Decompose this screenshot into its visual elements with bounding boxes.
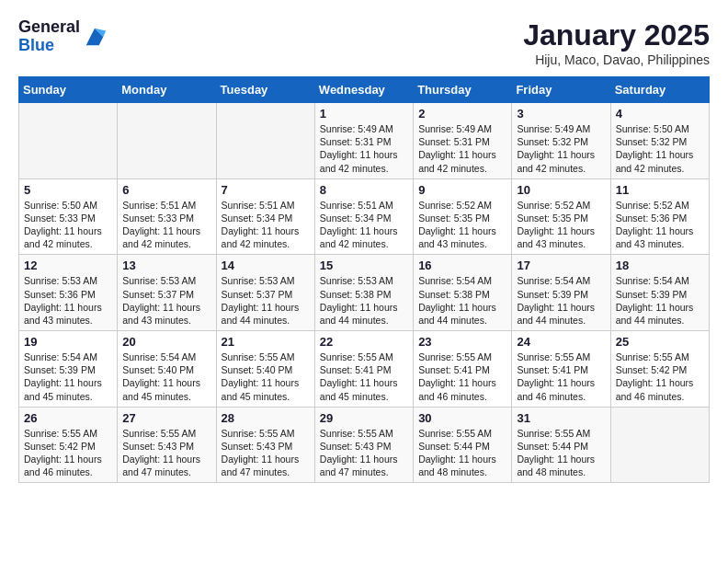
- calendar-cell: 24Sunrise: 5:55 AM Sunset: 5:41 PM Dayli…: [512, 331, 610, 408]
- day-info: Sunrise: 5:53 AM Sunset: 5:37 PM Dayligh…: [122, 274, 210, 327]
- day-number: 11: [616, 183, 704, 197]
- day-info: Sunrise: 5:53 AM Sunset: 5:36 PM Dayligh…: [24, 274, 112, 327]
- calendar-cell: 29Sunrise: 5:55 AM Sunset: 5:43 PM Dayli…: [314, 407, 413, 483]
- day-number: 15: [320, 259, 408, 272]
- calendar-week-row: 5Sunrise: 5:50 AM Sunset: 5:33 PM Daylig…: [19, 178, 710, 255]
- day-info: Sunrise: 5:55 AM Sunset: 5:41 PM Dayligh…: [517, 350, 605, 403]
- calendar-header-friday: Friday: [512, 77, 610, 103]
- calendar-week-row: 1Sunrise: 5:49 AM Sunset: 5:31 PM Daylig…: [19, 103, 710, 179]
- day-info: Sunrise: 5:52 AM Sunset: 5:36 PM Dayligh…: [616, 199, 704, 251]
- calendar-cell: 4Sunrise: 5:50 AM Sunset: 5:32 PM Daylig…: [610, 103, 709, 179]
- day-info: Sunrise: 5:51 AM Sunset: 5:33 PM Dayligh…: [122, 199, 210, 251]
- calendar-cell: 13Sunrise: 5:53 AM Sunset: 5:37 PM Dayli…: [118, 255, 216, 331]
- day-number: 19: [24, 335, 112, 349]
- day-number: 12: [24, 259, 112, 272]
- calendar-cell: 17Sunrise: 5:54 AM Sunset: 5:39 PM Dayli…: [512, 255, 610, 331]
- calendar-cell: [118, 103, 216, 179]
- day-info: Sunrise: 5:49 AM Sunset: 5:31 PM Dayligh…: [320, 122, 408, 175]
- day-number: 27: [122, 411, 210, 425]
- day-info: Sunrise: 5:55 AM Sunset: 5:40 PM Dayligh…: [222, 350, 310, 403]
- day-info: Sunrise: 5:51 AM Sunset: 5:34 PM Dayligh…: [222, 199, 310, 251]
- calendar-cell: 28Sunrise: 5:55 AM Sunset: 5:43 PM Dayli…: [216, 407, 314, 483]
- day-info: Sunrise: 5:55 AM Sunset: 5:42 PM Dayligh…: [616, 350, 704, 403]
- calendar-cell: 18Sunrise: 5:54 AM Sunset: 5:39 PM Dayli…: [610, 255, 709, 331]
- subtitle: Hiju, Maco, Davao, Philippines: [523, 52, 710, 67]
- day-number: 18: [616, 259, 704, 272]
- day-info: Sunrise: 5:55 AM Sunset: 5:43 PM Dayligh…: [320, 427, 408, 479]
- day-number: 8: [320, 183, 408, 197]
- calendar-cell: 31Sunrise: 5:55 AM Sunset: 5:44 PM Dayli…: [512, 407, 610, 483]
- calendar-cell: 22Sunrise: 5:55 AM Sunset: 5:41 PM Dayli…: [314, 331, 413, 408]
- day-info: Sunrise: 5:49 AM Sunset: 5:31 PM Dayligh…: [418, 122, 506, 175]
- day-number: 22: [320, 335, 408, 349]
- day-info: Sunrise: 5:49 AM Sunset: 5:32 PM Dayligh…: [517, 122, 605, 175]
- day-info: Sunrise: 5:55 AM Sunset: 5:44 PM Dayligh…: [418, 427, 506, 479]
- day-number: 4: [616, 107, 704, 121]
- day-info: Sunrise: 5:54 AM Sunset: 5:39 PM Dayligh…: [24, 350, 112, 403]
- calendar-cell: 7Sunrise: 5:51 AM Sunset: 5:34 PM Daylig…: [216, 178, 314, 255]
- title-block: January 2025 Hiju, Maco, Davao, Philippi…: [523, 18, 710, 67]
- day-number: 29: [320, 411, 408, 425]
- calendar-cell: 3Sunrise: 5:49 AM Sunset: 5:32 PM Daylig…: [512, 103, 610, 179]
- day-number: 5: [24, 183, 112, 197]
- calendar-cell: 25Sunrise: 5:55 AM Sunset: 5:42 PM Dayli…: [610, 331, 709, 408]
- logo: General Blue: [18, 18, 108, 55]
- day-number: 17: [517, 259, 605, 272]
- day-info: Sunrise: 5:54 AM Sunset: 5:39 PM Dayligh…: [517, 274, 605, 327]
- calendar-header-tuesday: Tuesday: [216, 77, 314, 103]
- day-number: 3: [517, 107, 605, 121]
- calendar-cell: 23Sunrise: 5:55 AM Sunset: 5:41 PM Dayli…: [414, 331, 512, 408]
- day-number: 9: [418, 183, 506, 197]
- day-number: 10: [517, 183, 605, 197]
- calendar-cell: 27Sunrise: 5:55 AM Sunset: 5:43 PM Dayli…: [118, 407, 216, 483]
- calendar-header-row: SundayMondayTuesdayWednesdayThursdayFrid…: [19, 77, 710, 103]
- day-number: 31: [517, 411, 605, 425]
- calendar-week-row: 12Sunrise: 5:53 AM Sunset: 5:36 PM Dayli…: [19, 255, 710, 331]
- day-info: Sunrise: 5:52 AM Sunset: 5:35 PM Dayligh…: [418, 199, 506, 251]
- day-number: 26: [24, 411, 112, 425]
- day-info: Sunrise: 5:54 AM Sunset: 5:38 PM Dayligh…: [418, 274, 506, 327]
- calendar-week-row: 19Sunrise: 5:54 AM Sunset: 5:39 PM Dayli…: [19, 331, 710, 408]
- calendar-cell: 10Sunrise: 5:52 AM Sunset: 5:35 PM Dayli…: [512, 178, 610, 255]
- day-number: 28: [222, 411, 310, 425]
- calendar-header-saturday: Saturday: [610, 77, 709, 103]
- calendar-cell: 30Sunrise: 5:55 AM Sunset: 5:44 PM Dayli…: [414, 407, 512, 483]
- calendar-cell: 14Sunrise: 5:53 AM Sunset: 5:37 PM Dayli…: [216, 255, 314, 331]
- calendar-week-row: 26Sunrise: 5:55 AM Sunset: 5:42 PM Dayli…: [19, 407, 710, 483]
- day-number: 7: [222, 183, 310, 197]
- calendar-cell: 1Sunrise: 5:49 AM Sunset: 5:31 PM Daylig…: [314, 103, 413, 179]
- logo-text: General Blue: [18, 18, 80, 55]
- day-number: 2: [418, 107, 506, 121]
- calendar-cell: [216, 103, 314, 179]
- calendar-cell: 2Sunrise: 5:49 AM Sunset: 5:31 PM Daylig…: [414, 103, 512, 179]
- day-info: Sunrise: 5:53 AM Sunset: 5:37 PM Dayligh…: [222, 274, 310, 327]
- calendar-cell: 21Sunrise: 5:55 AM Sunset: 5:40 PM Dayli…: [216, 331, 314, 408]
- calendar-header-monday: Monday: [118, 77, 216, 103]
- day-info: Sunrise: 5:55 AM Sunset: 5:42 PM Dayligh…: [24, 427, 112, 479]
- logo-icon: [82, 24, 108, 50]
- calendar-cell: 26Sunrise: 5:55 AM Sunset: 5:42 PM Dayli…: [19, 407, 118, 483]
- calendar-cell: 6Sunrise: 5:51 AM Sunset: 5:33 PM Daylig…: [118, 178, 216, 255]
- day-number: 20: [122, 335, 210, 349]
- calendar-cell: 19Sunrise: 5:54 AM Sunset: 5:39 PM Dayli…: [19, 331, 118, 408]
- day-number: 6: [122, 183, 210, 197]
- calendar-cell: 16Sunrise: 5:54 AM Sunset: 5:38 PM Dayli…: [414, 255, 512, 331]
- calendar-cell: 8Sunrise: 5:51 AM Sunset: 5:34 PM Daylig…: [314, 178, 413, 255]
- day-info: Sunrise: 5:55 AM Sunset: 5:43 PM Dayligh…: [122, 427, 210, 479]
- day-info: Sunrise: 5:55 AM Sunset: 5:43 PM Dayligh…: [222, 427, 310, 479]
- day-number: 30: [418, 411, 506, 425]
- day-number: 13: [122, 259, 210, 272]
- calendar-cell: [610, 407, 709, 483]
- day-info: Sunrise: 5:50 AM Sunset: 5:33 PM Dayligh…: [24, 199, 112, 251]
- day-number: 14: [222, 259, 310, 272]
- day-info: Sunrise: 5:53 AM Sunset: 5:38 PM Dayligh…: [320, 274, 408, 327]
- calendar-cell: 20Sunrise: 5:54 AM Sunset: 5:40 PM Dayli…: [118, 331, 216, 408]
- calendar-cell: 15Sunrise: 5:53 AM Sunset: 5:38 PM Dayli…: [314, 255, 413, 331]
- calendar-cell: [19, 103, 118, 179]
- day-info: Sunrise: 5:54 AM Sunset: 5:39 PM Dayligh…: [616, 274, 704, 327]
- day-info: Sunrise: 5:51 AM Sunset: 5:34 PM Dayligh…: [320, 199, 408, 251]
- calendar-header-thursday: Thursday: [414, 77, 512, 103]
- calendar-cell: 11Sunrise: 5:52 AM Sunset: 5:36 PM Dayli…: [610, 178, 709, 255]
- calendar-header-wednesday: Wednesday: [314, 77, 413, 103]
- day-number: 24: [517, 335, 605, 349]
